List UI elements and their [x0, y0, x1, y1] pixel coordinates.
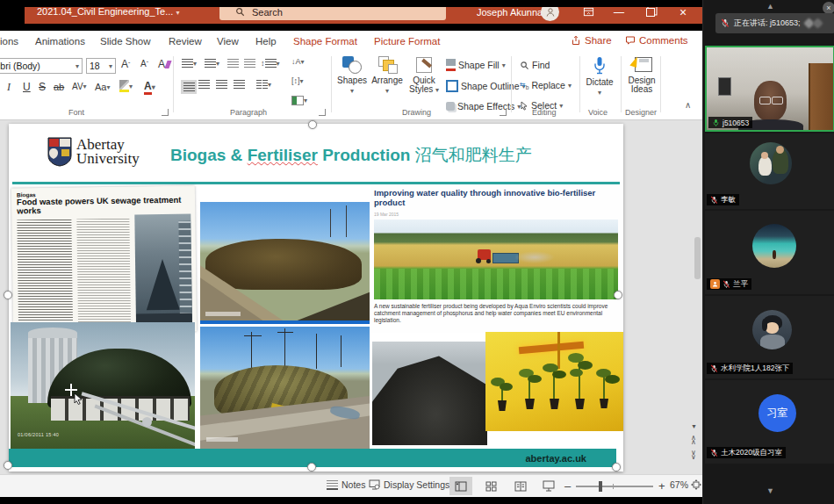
selection-handle-top[interactable] [308, 120, 317, 129]
dictate-button[interactable]: Dictate▾ [581, 56, 618, 97]
shape-outline-button[interactable]: Shape Outline▾ [446, 80, 526, 92]
slideshow-view-button[interactable] [537, 477, 560, 495]
zoom-in-button[interactable]: + [658, 479, 665, 493]
quick-styles-button[interactable]: Quick Styles ▾ [406, 56, 442, 94]
strikethrough-ab-button[interactable]: ab [54, 82, 64, 92]
clear-format-icon [164, 61, 171, 68]
selection-handle-bottom-right[interactable] [612, 463, 621, 472]
shape-fill-button[interactable]: Shape Fill▾ [446, 59, 506, 71]
scroll-down-arrow[interactable]: ▼ [691, 423, 697, 429]
shapes-button[interactable]: Shapes▾ [336, 56, 368, 95]
powerpoint-window: 2021.04_Civil Engineering_Te... ▾ Search… [0, 0, 702, 504]
comments-button[interactable]: Comments [625, 35, 688, 46]
font-dialog-launcher[interactable] [162, 109, 169, 116]
tab-view[interactable]: View [217, 36, 239, 47]
selection-handle-right[interactable] [614, 291, 622, 299]
align-center-button[interactable] [198, 80, 210, 89]
columns-button[interactable]: ▾ [256, 80, 271, 89]
account-name[interactable]: Joseph Akunna [477, 7, 543, 18]
participant-tile[interactable]: 李敏 [705, 133, 834, 209]
font-color-button[interactable]: A▾ [144, 80, 155, 95]
highlight-button[interactable]: ▾ [119, 80, 133, 92]
display-settings-button[interactable]: Display Settings [369, 479, 449, 490]
tab-help[interactable]: Help [255, 36, 277, 47]
justify-button[interactable] [234, 80, 245, 89]
design-ideas-button[interactable]: Design Ideas [623, 56, 660, 94]
footer-url: abertay.ac.uk [525, 453, 586, 464]
document-title[interactable]: 2021.04_Civil Engineering_Te... ▾ [37, 6, 179, 17]
participant-tile[interactable]: 习室 土木2020级自习室 [705, 380, 834, 464]
find-icon [520, 61, 529, 70]
web-article-image[interactable]: Improving water quality through innovati… [371, 185, 622, 333]
participant-tile[interactable]: 水利学院1人182张下 [705, 296, 834, 378]
paragraph-dialog-launcher[interactable] [319, 109, 326, 116]
collapse-ribbon-button[interactable]: ∧ [685, 100, 691, 110]
line-spacing-button[interactable]: ↕▾ [261, 59, 280, 68]
selection-handle-left[interactable] [4, 291, 12, 299]
strikethrough-button[interactable]: S [39, 81, 46, 93]
previous-slide-button[interactable]: ∧∧ [691, 436, 696, 444]
italic-button[interactable]: I [7, 81, 11, 94]
participant-video-tile[interactable]: j510653 [705, 46, 834, 132]
zoom-slider-track[interactable] [576, 486, 653, 487]
tab-shape-format[interactable]: Shape Format [293, 36, 357, 47]
fit-to-window-button[interactable] [691, 479, 701, 490]
text-direction-button[interactable]: ↓A▾ [291, 57, 305, 66]
decrease-indent-button[interactable] [227, 59, 239, 68]
compost-heap-photo[interactable] [372, 342, 487, 445]
replace-button[interactable]: ⇆b Replace▾ [520, 80, 572, 90]
justify-icon [234, 80, 245, 89]
selection-handle-bottom-left[interactable] [4, 461, 12, 470]
find-button[interactable]: Find [520, 60, 550, 70]
columns-icon [256, 80, 262, 89]
share-button[interactable]: Share [571, 35, 612, 46]
shape-effects-button[interactable]: Shape Effects▾ [446, 101, 521, 112]
tarp-pile-photo[interactable] [200, 327, 370, 450]
participant-tile[interactable]: 兰平 [705, 211, 834, 294]
tab-review[interactable]: Review [169, 36, 202, 47]
vertical-scrollbar-thumb[interactable] [694, 237, 701, 279]
reading-view-button[interactable] [509, 477, 532, 495]
numbering-button[interactable]: ▾ [205, 59, 219, 68]
arrange-button[interactable]: Arrange▾ [370, 56, 405, 95]
font-size-combo[interactable]: 18▾ [86, 58, 116, 74]
clear-formatting-button[interactable]: A [158, 58, 170, 70]
tab-picture-format[interactable]: Picture Format [374, 36, 440, 47]
slide-title[interactable]: Biogas & Fertiliser Production 沼气和肥料生产 [170, 144, 532, 167]
character-spacing-button[interactable]: AV▾ [72, 82, 87, 91]
underline-button[interactable]: U [23, 81, 31, 93]
align-left-button[interactable] [181, 80, 197, 94]
collapse-panel-icon[interactable]: ▲ [766, 2, 774, 11]
grow-font-button[interactable]: Aˆ [121, 58, 130, 70]
selection-handle-bottom[interactable] [307, 463, 316, 472]
smartart-button[interactable]: ▾ [291, 96, 307, 105]
panel-close-button[interactable]: × [823, 2, 834, 14]
increase-indent-button[interactable] [244, 59, 255, 68]
normal-view-button[interactable] [449, 477, 472, 495]
waste-pile-photo[interactable] [200, 202, 370, 324]
abertay-logo-shield [47, 137, 72, 167]
notes-button[interactable]: Notes [327, 479, 365, 490]
participant-name: 兰平 [733, 279, 748, 290]
next-slide-button[interactable]: ∨∨ [691, 450, 696, 459]
digester-photo[interactable]: 01/06/2011 15:40 [11, 322, 195, 450]
font-name-combo[interactable]: ibri (Body)▾ [0, 58, 83, 74]
change-case-button[interactable]: Aa▾ [95, 82, 110, 92]
news-headline: Food waste powers UK sewage treatment wo… [17, 196, 191, 216]
bullets-button[interactable]: ▾ [182, 59, 197, 68]
slide-sorter-view-button[interactable] [479, 477, 502, 495]
grow-room-photo[interactable] [485, 332, 623, 431]
tab-animations[interactable]: Animations [35, 36, 85, 47]
shrink-font-button[interactable]: Aˇ [140, 59, 148, 68]
scroll-more-icon[interactable]: ▼ [766, 486, 774, 495]
zoom-slider-thumb[interactable] [599, 481, 602, 492]
drawing-dialog-launcher[interactable] [500, 109, 507, 116]
align-text-button[interactable]: [↕]▾ [291, 76, 304, 85]
align-right-button[interactable] [216, 80, 227, 89]
slide-canvas[interactable]: AbertayUniversity Biogas & Fertiliser Pr… [9, 124, 623, 472]
tab-slide-show[interactable]: Slide Show [100, 36, 151, 47]
zoom-level[interactable]: 67% [670, 479, 688, 490]
tab-transitions-cut[interactable]: ions [0, 36, 18, 47]
zoom-out-button[interactable]: – [564, 479, 571, 493]
news-clipping-image[interactable]: Biogas Food waste powers UK sewage treat… [11, 186, 197, 335]
